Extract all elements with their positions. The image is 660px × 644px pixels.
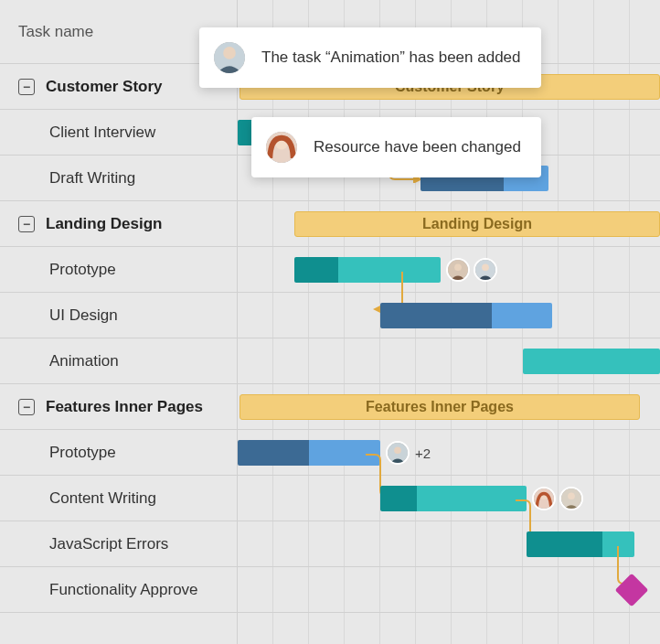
task-row-prototype[interactable]: Prototype <box>0 247 237 293</box>
task-row-prototype-2[interactable]: Prototype <box>0 430 237 476</box>
task-row-animation[interactable]: Animation <box>0 338 237 384</box>
task-bar-javascript-errors[interactable] <box>527 531 634 557</box>
avatar-icon[interactable] <box>559 487 583 510</box>
avatar-icon[interactable] <box>474 258 497 282</box>
group-bar-label: Landing Design <box>422 216 532 232</box>
svg-point-2 <box>454 263 462 271</box>
avatar-icon[interactable] <box>532 487 556 510</box>
task-group-label: Features Inner Pages <box>46 398 203 416</box>
group-bar-landing-design[interactable]: Landing Design <box>294 211 660 237</box>
task-label: Content Writing <box>49 489 156 508</box>
task-group-label: Customer Story <box>46 78 163 96</box>
notification-message: Resource have been changed <box>314 138 521 156</box>
task-label: UI Design <box>49 306 118 325</box>
column-header-task-name: Task name <box>18 23 93 41</box>
task-row-client-interview[interactable]: Client Interview <box>0 110 237 156</box>
avatar-icon <box>264 130 299 165</box>
notification-toast[interactable]: The task “Animation” has been added <box>199 27 541 88</box>
group-bar-features-inner-pages[interactable]: Features Inner Pages <box>240 394 640 420</box>
assignee-avatars[interactable] <box>532 487 583 510</box>
group-bar-label: Features Inner Pages <box>366 399 514 415</box>
task-group-label: Landing Design <box>46 215 163 233</box>
task-row-javascript-errors[interactable]: JavaScript Errors <box>0 521 237 567</box>
gantt-app: Task name − Customer Story Client Interv… <box>0 0 660 644</box>
task-label: Client Interview <box>49 123 155 142</box>
task-label: JavaScript Errors <box>49 535 168 553</box>
collapse-icon[interactable]: − <box>18 79 35 95</box>
assignee-avatars[interactable]: +2 <box>386 441 431 465</box>
svg-point-7 <box>394 446 401 454</box>
task-label: Functionality Approve <box>49 581 198 599</box>
avatar-icon[interactable] <box>386 441 410 465</box>
task-bar-features-prototype[interactable] <box>238 440 380 466</box>
collapse-icon[interactable]: − <box>18 216 35 232</box>
assignee-extra-count: +2 <box>415 445 431 461</box>
task-label: Draft Writing <box>49 169 135 188</box>
task-row-draft-writing[interactable]: Draft Writing <box>0 156 237 201</box>
gantt-timeline[interactable]: Customer Story Landing Design <box>238 0 660 644</box>
task-label: Prototype <box>49 261 116 279</box>
task-bar-ui-design[interactable] <box>380 303 552 328</box>
task-row-ui-design[interactable]: UI Design <box>0 293 237 338</box>
avatar-icon[interactable] <box>446 258 470 282</box>
task-bar-landing-prototype[interactable] <box>294 257 441 283</box>
avatar-icon <box>212 40 247 75</box>
notification-toast[interactable]: Resource have been changed <box>251 117 541 177</box>
assignee-avatars[interactable] <box>446 258 497 282</box>
task-list-panel: Task name − Customer Story Client Interv… <box>0 0 238 644</box>
task-group-features-inner-pages[interactable]: − Features Inner Pages <box>0 384 237 430</box>
task-row-content-writing[interactable]: Content Writing <box>0 476 237 521</box>
svg-point-12 <box>568 492 575 499</box>
task-bar-animation[interactable] <box>523 349 660 374</box>
svg-point-16 <box>223 47 236 59</box>
svg-point-4 <box>482 263 489 271</box>
notification-message: The task “Animation” has been added <box>261 48 521 67</box>
task-label: Prototype <box>49 444 116 462</box>
task-bar-content-writing[interactable] <box>380 486 527 511</box>
collapse-icon[interactable]: − <box>18 399 35 415</box>
task-label: Animation <box>49 352 119 370</box>
task-group-landing-design[interactable]: − Landing Design <box>0 201 237 247</box>
task-row-functionality-approve[interactable]: Functionality Approve <box>0 567 237 613</box>
